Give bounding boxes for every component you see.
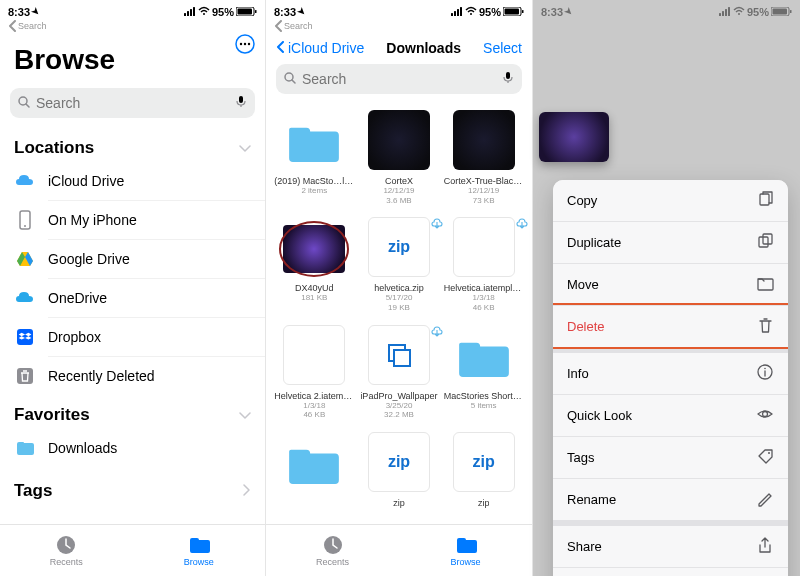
select-button[interactable]: Select bbox=[483, 40, 522, 56]
folder-title: Downloads bbox=[386, 40, 461, 56]
iphone-icon bbox=[14, 209, 36, 231]
file-item[interactable]: MacStories Shortcuts Icons 5 items bbox=[443, 327, 524, 428]
location-label: On My iPhone bbox=[48, 212, 137, 228]
mic-icon[interactable] bbox=[235, 94, 247, 112]
menu-label: Delete bbox=[567, 319, 605, 334]
eye-icon bbox=[756, 405, 774, 426]
menu-rename[interactable]: Rename bbox=[553, 478, 788, 520]
menu-label: Move bbox=[567, 277, 599, 292]
tab-recents[interactable]: Recents bbox=[0, 525, 133, 576]
file-name: iPadPro_Wallpaper bbox=[360, 391, 437, 401]
cloud-download-icon bbox=[516, 217, 528, 231]
file-item[interactable]: zip zip bbox=[443, 434, 524, 516]
signal-icon bbox=[184, 6, 196, 18]
status-bar: 8:33➤ 95% bbox=[266, 0, 532, 20]
favorites-header[interactable]: Favorites bbox=[0, 395, 265, 429]
svg-rect-22 bbox=[394, 350, 410, 366]
file-name: Helvetica 2.iatemplate bbox=[274, 391, 354, 401]
locations-header[interactable]: Locations bbox=[0, 128, 265, 162]
location-row[interactable]: OneDrive bbox=[0, 279, 265, 317]
search-input[interactable] bbox=[302, 71, 496, 87]
chevron-right-icon bbox=[242, 481, 251, 501]
menu-delete[interactable]: Delete bbox=[553, 305, 788, 347]
menu-label: Share bbox=[567, 539, 602, 554]
file-meta: 2 items bbox=[301, 186, 327, 196]
file-meta: 5 items bbox=[471, 401, 497, 411]
mic-icon[interactable] bbox=[502, 70, 514, 88]
file-item[interactable]: DX40yUd 181 KB bbox=[274, 219, 355, 320]
dropbox-icon bbox=[14, 326, 36, 348]
file-thumb bbox=[453, 219, 515, 279]
file-item[interactable]: CorteX 12/12/193.6 MB bbox=[359, 112, 440, 213]
file-thumb: zip bbox=[368, 434, 430, 494]
file-thumb bbox=[283, 434, 345, 494]
file-item[interactable] bbox=[274, 434, 355, 516]
tags-header[interactable]: Tags bbox=[0, 467, 265, 505]
wifi-icon bbox=[465, 6, 477, 18]
file-item[interactable]: iPadPro_Wallpaper 3/25/2032.2 MB bbox=[359, 327, 440, 428]
search-input[interactable] bbox=[36, 95, 229, 111]
search-field[interactable] bbox=[10, 88, 255, 118]
file-item[interactable]: Helvetica.iatemplate 1/3/1846 KB bbox=[443, 219, 524, 320]
file-meta: 12/12/193.6 MB bbox=[383, 186, 414, 205]
file-name: MacStories Shortcuts Icons bbox=[444, 391, 524, 401]
menu-duplicate[interactable]: Duplicate bbox=[553, 221, 788, 263]
search-icon bbox=[284, 70, 296, 88]
file-meta: 12/12/1973 KB bbox=[468, 186, 499, 205]
file-thumb bbox=[368, 327, 430, 387]
file-name: zip bbox=[393, 498, 405, 508]
tab-recents[interactable]: Recents bbox=[266, 525, 399, 576]
menu-label: Tags bbox=[567, 450, 594, 465]
file-item[interactable]: zip helvetica.zip 5/17/2019 KB bbox=[359, 219, 440, 320]
location-row[interactable]: iCloud Drive bbox=[0, 162, 265, 200]
svg-point-30 bbox=[763, 412, 768, 417]
file-thumb bbox=[283, 112, 345, 172]
file-name: DX40yUd bbox=[295, 283, 334, 293]
location-row[interactable]: On My iPhone bbox=[0, 201, 265, 239]
file-thumb: zip bbox=[368, 219, 430, 279]
location-row[interactable]: Dropbox bbox=[0, 318, 265, 356]
locations-label: Locations bbox=[14, 138, 94, 158]
file-thumb bbox=[368, 112, 430, 172]
context-menu: Copy Duplicate Move Delete Info Quick Lo… bbox=[553, 180, 788, 576]
back-button[interactable]: iCloud Drive bbox=[276, 40, 364, 56]
tab-browse[interactable]: Browse bbox=[133, 525, 266, 576]
tab-browse[interactable]: Browse bbox=[399, 525, 532, 576]
search-icon bbox=[18, 94, 30, 112]
location-arrow-icon: ➤ bbox=[296, 6, 309, 19]
battery-percent: 95% bbox=[212, 6, 234, 18]
file-item[interactable]: Helvetica 2.iatemplate 1/3/1846 KB bbox=[274, 327, 355, 428]
menu-copy[interactable]: Copy bbox=[553, 180, 788, 221]
back-search[interactable]: Search bbox=[266, 20, 532, 36]
svg-rect-19 bbox=[17, 329, 33, 345]
duplicate-icon bbox=[756, 232, 774, 253]
back-search[interactable]: Search bbox=[0, 20, 265, 36]
location-label: Google Drive bbox=[48, 251, 130, 267]
more-button[interactable] bbox=[235, 34, 255, 58]
menu-markup[interactable]: Markup bbox=[553, 567, 788, 576]
page-title: Browse bbox=[0, 36, 265, 84]
menu-tags[interactable]: Tags bbox=[553, 436, 788, 478]
location-arrow-icon: ➤ bbox=[30, 6, 43, 19]
tab-bar: Recents Browse bbox=[266, 524, 532, 576]
search-field[interactable] bbox=[276, 64, 522, 94]
time: 8:33 bbox=[8, 6, 30, 18]
menu-info[interactable]: Info bbox=[553, 347, 788, 394]
menu-move[interactable]: Move bbox=[553, 263, 788, 305]
file-item[interactable]: (2019) MacSto…llpapers 2 items bbox=[274, 112, 355, 213]
location-row[interactable]: Recently Deleted bbox=[0, 357, 265, 395]
file-meta: 1/3/1846 KB bbox=[473, 293, 495, 312]
icloud-icon bbox=[14, 170, 36, 192]
location-row[interactable]: Google Drive bbox=[0, 240, 265, 278]
file-item[interactable]: CorteX-True-Black-Neon 12/12/1973 KB bbox=[443, 112, 524, 213]
chevron-down-icon bbox=[239, 138, 251, 158]
menu-share[interactable]: Share bbox=[553, 520, 788, 567]
file-name: helvetica.zip bbox=[374, 283, 424, 293]
favorite-row[interactable]: Downloads bbox=[0, 429, 265, 467]
file-item[interactable]: zip zip bbox=[359, 434, 440, 516]
menu-quick-look[interactable]: Quick Look bbox=[553, 394, 788, 436]
trash-icon bbox=[14, 365, 36, 387]
svg-point-18 bbox=[24, 225, 26, 227]
file-name: CorteX-True-Black-Neon bbox=[444, 176, 524, 186]
wifi-icon bbox=[198, 6, 210, 18]
